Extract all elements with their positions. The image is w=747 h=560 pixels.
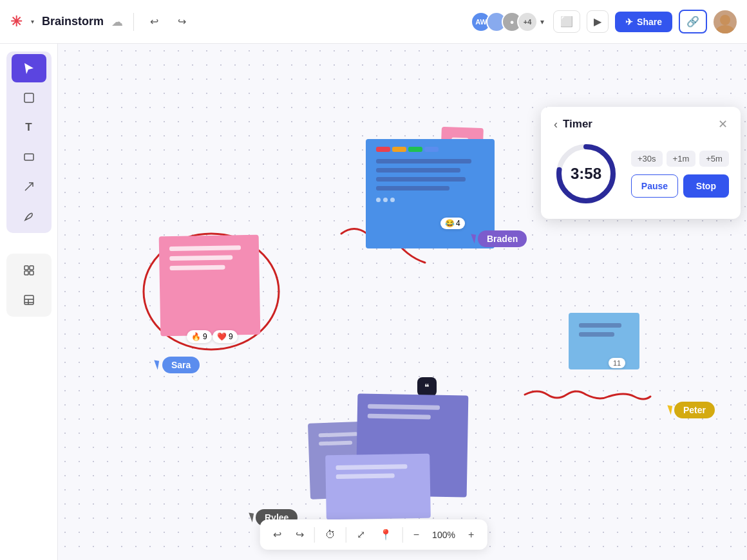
header-right: AW ● +4 ▾ ⬜ ▶ ✈ Share 🔗 [471, 10, 737, 33]
timer-title: Timer [563, 118, 713, 131]
rylee-cursor-arrow [247, 512, 254, 522]
badge-11: 11 [609, 358, 625, 368]
fire-count: 9 [203, 332, 207, 341]
timer-panel: ‹ Timer ✕ 3:58 +30s +1m +5m Pause [541, 107, 741, 219]
tool-select[interactable] [12, 54, 46, 82]
tool-text[interactable]: T [12, 113, 46, 142]
laugh-count: 4 [456, 219, 460, 228]
canvas-redo-button[interactable]: ↪ [289, 523, 310, 546]
svg-rect-7 [24, 271, 28, 275]
canvas-zoom-level: 100% [427, 527, 460, 543]
timer-back-button[interactable]: ‹ [554, 118, 558, 131]
logo-icon: ✳ [10, 14, 22, 30]
reaction-fire[interactable]: 🔥 9 [187, 330, 212, 343]
header: ✳ ▾ Brainstorm ☁ ↩ ↪ AW ● +4 ▾ ⬜ ▶ ✈ Sha… [0, 0, 747, 44]
svg-rect-2 [24, 93, 33, 102]
heart-emoji: ❤️ [217, 332, 227, 341]
undo-button[interactable]: ↩ [144, 11, 164, 32]
sticky-pink-main[interactable] [159, 235, 261, 337]
svg-rect-9 [24, 295, 33, 304]
sidebar-shape-tools [6, 254, 52, 317]
share-label: Share [637, 17, 662, 27]
cursor-sara: Sara [153, 357, 200, 373]
heart-count: 9 [229, 332, 233, 341]
tool-frame[interactable] [12, 84, 46, 112]
share-icon: ✈ [625, 17, 633, 27]
toolbar-divider-2 [346, 527, 346, 543]
canvas[interactable]: 🔥 9 ❤️ 9 😂 4 [58, 44, 747, 560]
logo-dropdown[interactable]: ▾ [31, 18, 34, 25]
braden-cursor-arrow [469, 234, 476, 243]
link-button[interactable]: 🔗 [679, 10, 707, 33]
canvas-pin-button[interactable]: 📍 [373, 523, 399, 546]
redo-button[interactable]: ↪ [172, 11, 192, 32]
cursor-peter: Peter [667, 402, 715, 418]
timer-time-display: 3:58 [571, 165, 601, 183]
svg-line-4 [25, 183, 33, 191]
sara-cursor-arrow [153, 360, 159, 369]
timer-controls: +30s +1m +5m Pause Stop [631, 151, 729, 198]
cloud-icon: ☁ [111, 15, 123, 29]
timer-body: 3:58 +30s +1m +5m Pause Stop [554, 142, 728, 206]
app-title: Brainstorm [42, 15, 104, 28]
timer-close-button[interactable]: ✕ [718, 117, 728, 131]
canvas-zoom-out-button[interactable]: − [407, 524, 426, 546]
canvas-history-button[interactable]: ⏱ [319, 524, 342, 546]
laugh-emoji: 😂 [445, 219, 455, 228]
cursor-braden: Braden [470, 230, 527, 247]
svg-rect-5 [24, 266, 28, 270]
play-button[interactable]: ▶ [587, 10, 609, 33]
collaborator-avatars: AW ● +4 ▾ [471, 12, 547, 32]
sara-cursor-name: Sara [162, 357, 200, 373]
timer-increment-1m[interactable]: +1m [667, 151, 696, 167]
reaction-heart[interactable]: ❤️ 9 [213, 330, 238, 343]
canvas-zoom-in-button[interactable]: + [462, 524, 480, 546]
toolbar-divider-3 [402, 527, 403, 543]
timer-action-buttons: Pause Stop [631, 174, 729, 198]
avatar-dropdown-button[interactable]: ▾ [538, 16, 547, 28]
sticky-light-blue[interactable] [569, 313, 639, 369]
canvas-undo-button[interactable]: ↩ [267, 523, 288, 546]
peter-cursor-name: Peter [674, 402, 715, 418]
header-divider [133, 13, 134, 31]
timer-pause-button[interactable]: Pause [631, 174, 678, 198]
sidebar: T [0, 44, 58, 560]
svg-point-0 [720, 15, 730, 25]
timer-increments: +30s +1m +5m [631, 151, 729, 167]
present-icon-button[interactable]: ⬜ [553, 10, 580, 33]
sticky-purple-front[interactable] [325, 454, 431, 520]
tool-arrow[interactable] [12, 173, 46, 201]
emoji-laugh-badge[interactable]: 😂 4 [440, 218, 465, 229]
user-avatar[interactable] [714, 10, 737, 33]
sidebar-main-tools: T [6, 51, 52, 233]
share-button[interactable]: ✈ Share [615, 12, 672, 32]
peter-cursor-arrow [666, 405, 672, 415]
timer-increment-30s[interactable]: +30s [631, 151, 663, 167]
tool-table[interactable] [12, 286, 46, 314]
timer-header: ‹ Timer ✕ [554, 117, 728, 131]
timer-circle: 3:58 [554, 142, 618, 206]
tool-grid[interactable] [12, 256, 46, 285]
quote-icon: ❝ [417, 377, 437, 397]
bottom-toolbar: ↩ ↪ ⏱ ⤢ 📍 − 100% + [260, 519, 487, 550]
toolbar-divider-1 [314, 527, 315, 543]
fire-emoji: 🔥 [191, 332, 201, 341]
svg-rect-3 [24, 154, 33, 160]
timer-stop-button[interactable]: Stop [683, 174, 729, 198]
avatar-count: +4 [517, 12, 538, 32]
svg-rect-8 [30, 271, 33, 275]
braden-cursor-name: Braden [478, 230, 527, 247]
svg-rect-6 [30, 266, 33, 270]
tool-pen[interactable] [12, 202, 46, 230]
canvas-fit-button[interactable]: ⤢ [350, 523, 372, 546]
tool-rectangle[interactable] [12, 143, 46, 171]
svg-point-1 [716, 25, 734, 33]
timer-increment-5m[interactable]: +5m [699, 151, 729, 167]
